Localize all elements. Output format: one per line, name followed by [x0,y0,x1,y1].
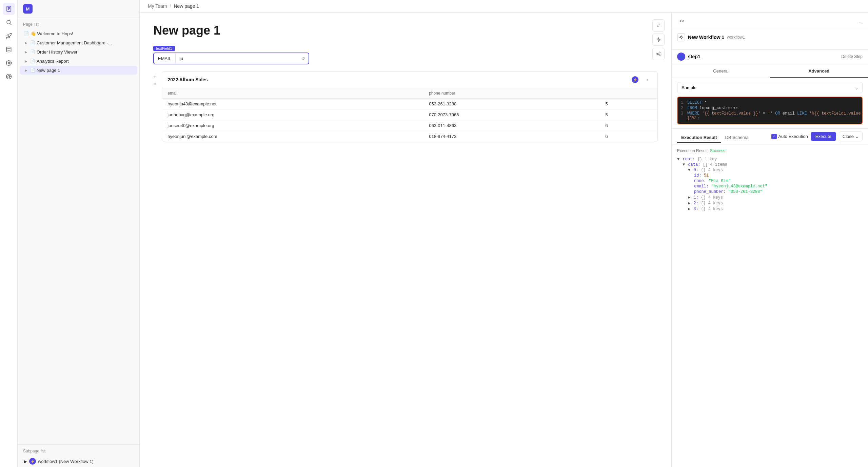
database-icon[interactable] [3,43,15,56]
workflow-icon: ⚡ [29,458,36,465]
textfield-reset-btn[interactable]: ↺ [298,53,309,64]
search-icon[interactable] [3,16,15,28]
file-icon: 📄 [24,31,29,36]
sidebar-item-order-history[interactable]: ▶ 📄 Order History Viewer [20,47,137,56]
exec-controls: ✓ Auto Execution Execute Close ⌄ [771,131,863,144]
svg-point-12 [659,55,660,56]
json-meta-item3: {} 4 keys [701,207,723,211]
pages-icon[interactable] [3,3,15,15]
col-header-extra [600,88,657,99]
page-list: 📄 👋 Welcome to Hops! ▶ 📄 Customer Manage… [18,29,139,442]
datasource-select[interactable]: Sample [677,82,863,93]
json-key-item1: 1: [693,195,698,200]
page-editor: # New page 1 textField1 EMAIL ↺ [140,13,671,467]
lightning-btn[interactable] [652,34,665,46]
textfield-input[interactable] [176,53,298,64]
code-line-3: 3 WHERE '{{ textField1.value }}' = '' OR… [678,111,862,121]
add-column-btn[interactable]: + [643,75,652,84]
sidebar-item-label: Analytics Report [37,59,135,64]
drag-handle-icon[interactable]: ⠿ [153,81,158,86]
cell-phone: 070-2073-7965 [423,109,600,120]
exec-tab-result[interactable]: Execution Result [677,133,721,143]
svg-line-14 [658,53,659,54]
table-header-row: 2022 Album Sales ⚡ + [162,72,657,88]
tab-advanced[interactable]: Advanced [770,65,868,78]
col-header-phone: phone number [423,88,600,99]
json-key-item2: 2: [693,201,698,206]
cell-phone: 053-261-3288 [423,99,600,109]
json-data-section: ▼ data: [] 4 items ▼ 0: {} 4 keys [677,162,863,212]
breadcrumb-team[interactable]: My Team [148,3,167,9]
avatar: M [23,4,33,14]
page-list-sidebar: M Page list 📄 👋 Welcome to Hops! ▶ 📄 Cus… [18,0,140,467]
result-status: Execution Result: Success [677,148,863,153]
json-val-id: 51 [704,173,709,178]
exec-result-area: Execution Result: Success ▼ root: {} 1 k… [672,144,868,467]
auto-exec-checkbox[interactable]: ✓ Auto Execution [771,134,808,139]
textfield-prefix: EMAIL [154,53,176,64]
workflow-action-icon: ⚡ [632,76,638,83]
panel-menu-btn[interactable]: ... [859,18,863,23]
collapse-btn[interactable]: >> [677,16,687,25]
page-title: New page 1 [153,23,658,38]
json-key-item3: 3: [693,207,698,211]
rocket-icon[interactable] [3,30,15,42]
json-meta-item1: {} 4 keys [701,195,723,200]
breadcrumb: My Team / New page 1 [140,0,868,13]
line-num-2: 2 [678,106,687,110]
sidebar-item-welcome[interactable]: 📄 👋 Welcome to Hops! [20,29,137,38]
settings-icon[interactable] [3,57,15,69]
code-section: Sample 1 SELECT * 2 FROM lupang_customer… [672,78,868,129]
hashtag-btn[interactable]: # [652,19,665,32]
json-field-name: name: "Mia Kim" [693,178,863,184]
json-node-root: ▼ root: {} 1 key [677,157,863,162]
json-field-id: id: 51 [693,173,863,178]
json-node-data: ▼ data: [] 4 items [683,162,863,167]
step-row: 🐾 step1 Delete Step [677,53,863,61]
cell-email: hyeonju43@example.net [162,99,423,109]
chevron-right-icon: ▶ [24,59,28,63]
svg-point-10 [659,52,660,53]
sidebar-item-customer-mgmt[interactable]: ▶ 📄 Customer Management Dashboard -... [20,38,137,47]
json-node-item3: ▶ 3: {} 4 keys [688,206,863,212]
cell-email: junseo40@example.org [162,120,423,131]
cell-phone: 063-011-4863 [423,120,600,131]
json-field-phone: phone_number: "053-261-3288" [693,189,863,195]
file-icon: 📄 [30,67,35,73]
workflow-id: workflow1 [727,35,745,40]
file-icon: 📄 [30,40,35,45]
execute-button[interactable]: Execute [811,132,836,141]
palette-icon[interactable] [3,70,15,83]
line-num-1: 1 [678,100,687,105]
auto-exec-label: Auto Execution [778,134,808,139]
json-meta-root: {} 1 key [697,157,717,162]
add-row-btn[interactable]: + [153,74,156,80]
breadcrumb-page: New page 1 [174,3,199,9]
sidebar-item-new-page[interactable]: ▶ 📄 New page 1 [20,66,137,75]
tab-general[interactable]: General [672,65,770,78]
subpage-item-workflow1[interactable]: ▶ ⚡ workflow1 (New Workflow 1) [20,456,137,467]
subpage-list-label: Subpage list [18,444,139,455]
json-node-item0: ▼ 0: {} 4 keys [688,167,863,173]
code-line-2: 2 FROM lupang_customers [678,105,862,111]
line-content-3: WHERE '{{ textField1.value }}' = '' OR e… [687,111,862,121]
json-key-data: data: [688,162,700,167]
page-list-label: Page list [18,18,139,29]
code-editor[interactable]: 1 SELECT * 2 FROM lupang_customers 3 [677,97,863,124]
svg-marker-9 [657,38,660,42]
cell-extra: 5 [600,99,657,109]
data-table: email phone number hyeonju43@example.net… [162,88,657,142]
exec-tab-schema[interactable]: DB Schema [721,133,752,143]
json-key-item0: 0: [693,168,698,172]
delete-step-btn[interactable]: Delete Step [841,54,863,59]
table-action-btn[interactable]: ⚡ [630,75,640,84]
chevron-right-icon: ▶ [24,68,28,73]
step-name: step1 [688,54,839,59]
json-meta-item0: {} 4 keys [701,168,723,172]
close-button[interactable]: Close ⌄ [839,131,863,141]
sidebar-item-analytics[interactable]: ▶ 📄 Analytics Report [20,57,137,65]
cell-email: junhobag@example.org [162,109,423,120]
sidebar-item-label: 👋 Welcome to Hops! [31,31,135,36]
table-row: hyeonjuni@example.com 018-974-4173 6 [162,131,657,142]
close-label: Close [843,134,854,139]
